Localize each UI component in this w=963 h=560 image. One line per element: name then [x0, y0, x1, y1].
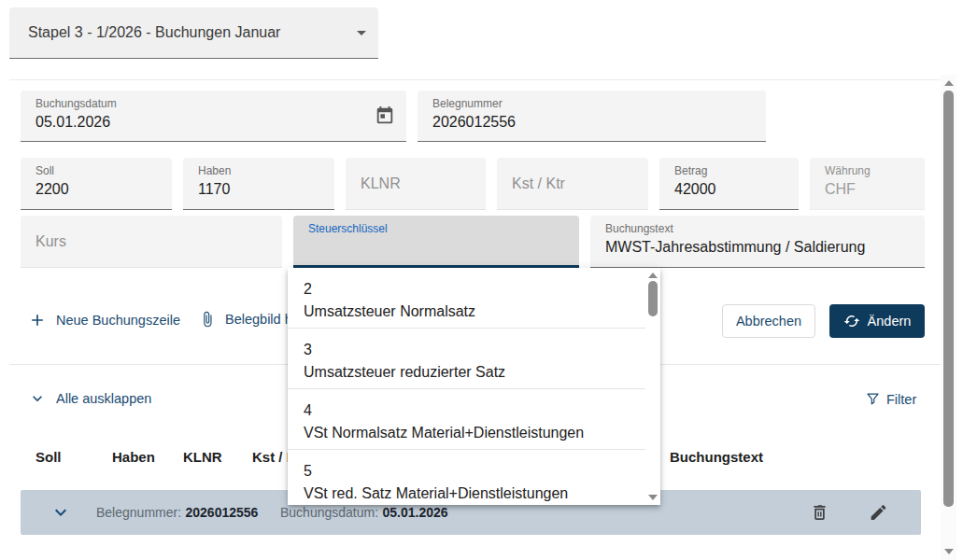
delete-row-button[interactable]	[810, 503, 829, 523]
scroll-down-icon[interactable]	[648, 495, 658, 500]
dropdown-scrollbar[interactable]	[645, 268, 660, 505]
chevron-down-icon	[350, 21, 373, 44]
kst-ktr-field[interactable]: Kst / Ktr	[497, 158, 648, 210]
scroll-down-icon[interactable]	[944, 549, 954, 554]
waehrung-label: Währung	[825, 164, 871, 177]
batch-select[interactable]: Stapel 3 - 1/2026 - Buchungen Januar	[9, 7, 378, 59]
plus-icon	[28, 311, 47, 329]
page-scrollbar[interactable]	[941, 75, 956, 560]
scroll-up-icon[interactable]	[944, 80, 954, 86]
dropdown-option-4[interactable]: 4 VSt Normalsatz Material+Dienstleistung…	[288, 389, 660, 450]
expand-all-button[interactable]: Alle ausklappen	[28, 389, 151, 408]
row-buchungsdatum-label: Buchungsdatum:	[280, 505, 378, 520]
haben-label: Haben	[198, 164, 231, 177]
trash-icon	[810, 503, 829, 523]
buchungsdatum-label: Buchungsdatum	[35, 97, 117, 110]
paperclip-icon	[199, 311, 216, 328]
buchungsdatum-value: 05.01.2026	[35, 114, 110, 131]
haben-field[interactable]: Haben 1170	[183, 158, 334, 210]
option-text: VSt Normalsatz Material+Dienstleistungen	[304, 421, 634, 444]
betrag-label: Betrag	[674, 164, 707, 177]
soll-label: Soll	[35, 164, 54, 177]
col-header-haben: Haben	[112, 449, 155, 465]
buchungstext-field[interactable]: Buchungstext MWST-Jahresabstimmung / Sal…	[590, 216, 925, 268]
sync-icon	[843, 313, 860, 329]
option-text: VSt red. Satz Material+Dienstleistungen	[304, 482, 634, 505]
kst-ktr-placeholder: Kst / Ktr	[512, 175, 565, 192]
filter-icon	[865, 391, 881, 407]
col-header-soll: Soll	[35, 449, 62, 465]
option-code: 3	[304, 339, 634, 360]
soll-field[interactable]: Soll 2200	[21, 158, 172, 210]
aendern-label: Ändern	[868, 314, 912, 329]
soll-value: 2200	[35, 181, 69, 198]
dropdown-scrollbar-thumb[interactable]	[648, 281, 658, 316]
col-header-klnr: KLNR	[183, 449, 222, 465]
abbrechen-label: Abbrechen	[736, 314, 801, 329]
waehrung-value: CHF	[825, 181, 856, 198]
row-belegnummer-value: 2026012556	[186, 505, 259, 520]
dropdown-option-3[interactable]: 3 Umsatzsteuer reduzierter Satz	[288, 329, 660, 389]
form-top-divider	[9, 79, 941, 80]
row-belegnummer-label: Belegnummer:	[96, 505, 181, 520]
neue-buchungszeile-label: Neue Buchungszeile	[56, 313, 180, 328]
dropdown-option-5[interactable]: 5 VSt red. Satz Material+Dienstleistunge…	[288, 450, 660, 505]
scroll-up-icon[interactable]	[648, 273, 658, 278]
option-code: 2	[304, 278, 634, 300]
betrag-value: 42000	[674, 181, 716, 198]
belegnummer-label: Belegnummer	[432, 97, 503, 110]
waehrung-field: Währung CHF	[810, 158, 925, 210]
col-header-buchungstext: Buchungstext	[670, 449, 763, 465]
betrag-field[interactable]: Betrag 42000	[659, 158, 799, 210]
row-expand-chevron-icon[interactable]	[50, 501, 72, 524]
belegnummer-field[interactable]: Belegnummer 2026012556	[418, 91, 766, 142]
buchungsdatum-field[interactable]: Buchungsdatum 05.01.2026	[21, 91, 406, 142]
option-text: Umsatzsteuer reduzierter Satz	[304, 360, 634, 384]
calendar-icon[interactable]	[375, 105, 395, 126]
neue-buchungszeile-button[interactable]: Neue Buchungszeile	[28, 311, 180, 329]
page-scrollbar-thumb[interactable]	[943, 91, 954, 507]
dropdown-option-2[interactable]: 2 Umsatzsteuer Normalsatz	[288, 268, 660, 329]
row-buchungsdatum-value: 05.01.2026	[383, 505, 448, 520]
kurs-field[interactable]: Kurs	[21, 216, 282, 268]
option-code: 4	[304, 399, 634, 421]
pencil-icon	[869, 503, 888, 523]
kurs-placeholder: Kurs	[35, 233, 66, 250]
expand-all-label: Alle ausklappen	[56, 391, 151, 406]
steuerschluessel-dropdown: 2 Umsatzsteuer Normalsatz 3 Umsatzsteuer…	[288, 268, 660, 505]
buchungstext-label: Buchungstext	[605, 222, 673, 235]
chevron-down-icon	[28, 389, 47, 408]
klnr-placeholder: KLNR	[361, 175, 401, 192]
option-code: 5	[304, 460, 634, 482]
klnr-field[interactable]: KLNR	[346, 158, 486, 210]
batch-select-value: Stapel 3 - 1/2026 - Buchungen Januar	[28, 24, 280, 41]
steuerschluessel-label: Steuerschlüssel	[308, 222, 388, 235]
edit-row-button[interactable]	[869, 503, 888, 523]
buchungstext-value: MWST-Jahresabstimmung / Saldierung	[605, 239, 865, 256]
steuerschluessel-field[interactable]: Steuerschlüssel	[293, 216, 579, 268]
belegnummer-value: 2026012556	[432, 114, 516, 131]
filter-label: Filter	[886, 392, 916, 407]
aendern-button[interactable]: Ändern	[829, 304, 925, 338]
option-text: Umsatzsteuer Normalsatz	[304, 300, 634, 323]
haben-value: 1170	[198, 181, 230, 198]
filter-button[interactable]: Filter	[865, 391, 916, 407]
abbrechen-button[interactable]: Abbrechen	[722, 304, 815, 338]
